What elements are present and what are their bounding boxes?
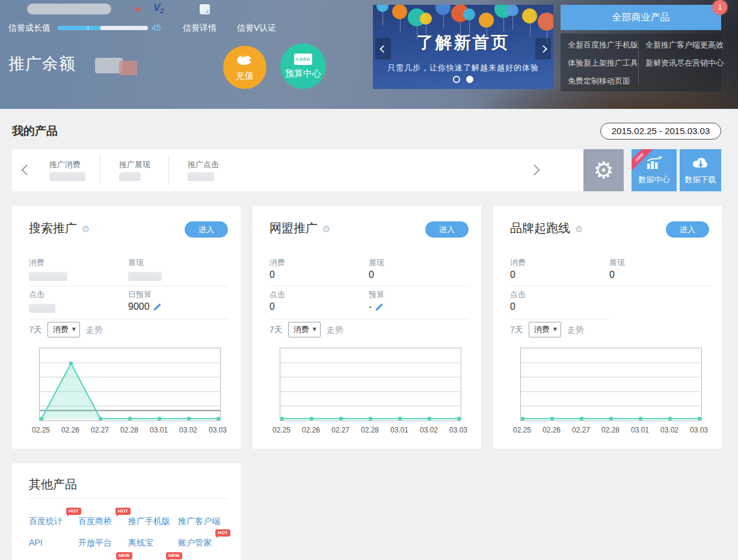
- date-range-picker[interactable]: 2015.02.25 - 2015.03.03: [600, 123, 721, 140]
- carousel-dot-1[interactable]: [453, 76, 460, 83]
- enter-button[interactable]: 进入: [185, 221, 228, 238]
- stat-value: 0: [510, 269, 515, 280]
- stat-value: 0: [269, 269, 275, 280]
- chart-x-label: 02.27: [327, 426, 354, 434]
- notification-count-badge: 1: [713, 0, 727, 14]
- other-product-link[interactable]: API: [29, 538, 43, 547]
- stats-divider: [510, 286, 710, 286]
- chart-x-label: 03.01: [146, 426, 172, 434]
- trend-suffix-label: 走势: [567, 325, 584, 336]
- panel-link[interactable]: 免费定制移动页面: [568, 76, 630, 87]
- other-product-link[interactable]: 推广手机版: [128, 516, 170, 527]
- balloon-string: [503, 18, 504, 31]
- product-links-box: 全新百度推广手机版体验新上架推广工具免费定制移动页面 全新推广客户端更高效新鲜资…: [561, 34, 721, 91]
- stat-value-redacted: [29, 272, 67, 281]
- chart-x-label: 02.26: [57, 426, 84, 434]
- stat-label: 展现: [128, 257, 144, 268]
- chart-x-label: 02.28: [357, 426, 383, 434]
- trend-chart: [520, 348, 702, 421]
- app-icon[interactable]: 2: [200, 4, 210, 14]
- summary-separator: [168, 155, 169, 185]
- chart-x-label: 03.01: [386, 426, 413, 434]
- banner-subtitle: 只需几步，让你快速了解越来越好的体验: [373, 63, 553, 73]
- card-settings-gear-icon[interactable]: ⚙: [322, 224, 330, 235]
- trend-days-label: 7天: [510, 325, 523, 336]
- stat-value-redacted: [128, 272, 162, 281]
- notification-dot: [136, 7, 140, 11]
- budget-center-button[interactable]: CARD 预算中心: [280, 43, 326, 89]
- other-product-link[interactable]: 账户管家: [178, 538, 212, 549]
- all-products-button[interactable]: 全部商业产品: [561, 5, 721, 30]
- edit-pencil-icon[interactable]: [153, 303, 162, 313]
- data-download-button[interactable]: 数据下载: [680, 149, 721, 191]
- stat-label: 展现: [609, 257, 625, 268]
- other-product-link[interactable]: 开放平台: [78, 538, 112, 549]
- credit-progress-bar: [58, 26, 148, 30]
- trend-metric-select[interactable]: 消费▼: [48, 322, 80, 337]
- other-product-link[interactable]: 离线宝: [128, 538, 153, 549]
- cloud-download-icon: [692, 156, 710, 172]
- summary-prev-arrow[interactable]: [21, 164, 32, 175]
- carousel-dot-2[interactable]: [466, 76, 473, 83]
- stats-divider: [269, 319, 469, 319]
- chart-x-label: 02.28: [597, 426, 624, 434]
- user-level-badge: V2: [153, 2, 164, 14]
- card-title: 网盟推广⚙: [269, 220, 330, 236]
- panel-link[interactable]: 全新百度推广手机版: [568, 40, 638, 51]
- chart-x-label: 03.03: [204, 426, 231, 434]
- enter-button[interactable]: 进入: [425, 221, 469, 238]
- gear-icon: ⚙: [593, 159, 613, 182]
- credit-v-cert-link[interactable]: 信誉V认证: [237, 23, 276, 34]
- chevron-down-icon: ▼: [553, 322, 557, 337]
- balloon: [435, 5, 450, 15]
- promo-banner[interactable]: 了解新首页 只需几步，让你快速了解越来越好的体验: [373, 5, 553, 89]
- stat-label: 点击: [29, 289, 45, 300]
- credit-progress-fill: [58, 26, 100, 30]
- other-product-link[interactable]: 百度统计: [29, 516, 63, 527]
- stat-label: 点击: [510, 289, 526, 300]
- summary-separator: [100, 155, 100, 185]
- chart-x-label: 03.02: [416, 426, 442, 434]
- recharge-button[interactable]: 充值: [223, 46, 266, 89]
- balloon: [479, 13, 494, 28]
- chart-x-label: 03.01: [627, 426, 653, 434]
- card-settings-gear-icon[interactable]: ⚙: [82, 224, 90, 235]
- balloon-string: [383, 12, 383, 25]
- trend-days-label: 7天: [29, 325, 42, 336]
- data-center-button[interactable]: new 数据中心: [632, 149, 677, 191]
- other-products-card: 其他产品 百度统计HOT百度商桥HOT推广手机版推广客户端API开放平台离线宝账…: [12, 463, 241, 560]
- stat-value: 0: [269, 301, 275, 312]
- panel-link[interactable]: 新鲜资讯尽在营销中心: [645, 58, 724, 69]
- summary-value-redacted: [49, 172, 85, 181]
- budget-card-icon: CARD: [294, 54, 312, 65]
- product-card-2: 网盟推广⚙进入消费0展现0点击0预算-7天消费▼走势02.2502.2602.2…: [253, 206, 481, 449]
- stat-label: 点击: [269, 289, 285, 300]
- username-redacted: [27, 4, 111, 14]
- stat-label: 消费: [29, 257, 45, 268]
- edit-pencil-icon[interactable]: [375, 303, 384, 313]
- summary-next-arrow[interactable]: [529, 164, 540, 175]
- chart-x-label: 02.28: [116, 426, 143, 434]
- banner-next-arrow[interactable]: [535, 38, 551, 60]
- chart-x-label: 03.03: [686, 426, 712, 434]
- trend-metric-select[interactable]: 消费▼: [288, 322, 321, 337]
- stat-value: 0: [369, 269, 374, 280]
- other-product-link[interactable]: 百度商桥: [78, 516, 112, 527]
- summary-settings-button[interactable]: ⚙: [583, 149, 624, 191]
- data-center-label: 数据中心: [639, 174, 670, 185]
- new-badge: NEW: [116, 552, 132, 559]
- other-product-link[interactable]: 推广客户端: [178, 516, 220, 527]
- stat-label: 日预算: [128, 289, 152, 300]
- panel-link[interactable]: 全新推广客户端更高效: [645, 40, 724, 51]
- page-title: 我的产品: [12, 123, 58, 139]
- card-settings-gear-icon[interactable]: ⚙: [575, 224, 583, 235]
- chart-x-label: 02.27: [87, 426, 113, 434]
- credit-detail-link[interactable]: 信誉详情: [183, 23, 217, 34]
- panel-link[interactable]: 体验新上架推广工具: [568, 58, 638, 69]
- summary-item-label: 推广点击: [188, 159, 219, 170]
- hot-badge: HOT: [115, 508, 131, 515]
- stat-value: 0: [510, 301, 515, 312]
- trend-metric-select[interactable]: 消费▼: [529, 322, 561, 337]
- enter-button[interactable]: 进入: [666, 221, 709, 238]
- banner-prev-arrow[interactable]: [375, 38, 391, 60]
